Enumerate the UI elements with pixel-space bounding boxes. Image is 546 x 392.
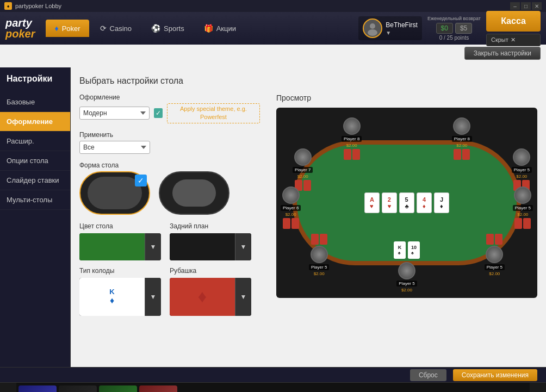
color-dropdown-arrow-icon[interactable]: ▼ (145, 233, 161, 260)
shirt-dropdown-arrow-icon[interactable]: ▼ (235, 278, 251, 316)
selector-grid-1: Цвет стола ▼ Задний план ▼ (79, 222, 260, 260)
design-check-icon[interactable]: ✓ (154, 108, 163, 118)
weekly-bonus-label: Еженедельный возврат (427, 16, 481, 21)
player-name: Player 6 (281, 205, 301, 211)
bonus-bar: $0 $5 (436, 23, 473, 34)
player-chip (294, 148, 312, 166)
player-cards (514, 218, 531, 229)
table-shape-rounded-rect[interactable] (159, 171, 229, 215)
avatar (363, 18, 382, 38)
minimize-button[interactable]: – (510, 2, 520, 10)
player-name: Player 5 (512, 167, 532, 173)
username: BeTheFirst (386, 21, 418, 29)
shirt-card: ♦ (170, 278, 235, 316)
hide-label: Скрыт (491, 36, 508, 43)
game-thumb-european-roulette[interactable]: EUROPEANROULETTEPRO (18, 385, 57, 393)
sidebar: Настройки Базовые Оформление Расшир. Опц… (0, 67, 71, 367)
settings-right: Просмотр A♥ 2♥ 5♣ 4♦ J♦ (276, 94, 537, 316)
rounded-rect-shape-inner (172, 179, 216, 207)
tab-sports-label: Sports (164, 24, 184, 33)
apply-select-row: Все Текущий стол (79, 141, 260, 154)
dropdown-arrow-icon[interactable]: ▼ (386, 30, 418, 36)
maximize-button[interactable]: □ (521, 2, 531, 10)
game-thumb-melon-deluxe[interactable]: MELONDELUXE (99, 385, 137, 393)
shirt-label: Рубашка (170, 267, 251, 275)
bg-swatch (170, 233, 235, 260)
bonus-current: $0 (436, 23, 453, 34)
tab-sports[interactable]: ⚽ Sports (142, 20, 193, 37)
bonus-max: $5 (455, 23, 472, 34)
sidebar-item-extended[interactable]: Расшир. (0, 132, 70, 151)
save-button[interactable]: Сохранить изменения (453, 369, 537, 381)
design-select-row: Модерн Классик Темный ✓ Apply special th… (79, 103, 260, 123)
sidebar-item-multi-table[interactable]: Мульти-столы (0, 190, 70, 210)
design-label: Оформление (79, 94, 260, 101)
bg-dropdown-arrow-icon[interactable]: ▼ (235, 233, 251, 260)
player-chip (453, 117, 470, 135)
cashier-button[interactable]: Касса (486, 11, 541, 32)
player-chip (282, 186, 300, 204)
player-amount: $2.00 (489, 271, 500, 276)
player-name: Player 5 (513, 205, 533, 211)
titlebar-controls: – □ ✕ (510, 2, 542, 10)
sidebar-item-table-options[interactable]: Опции стола (0, 151, 70, 171)
tab-poker[interactable]: ♦ Poker (46, 20, 89, 37)
player-amount: $2.00 (346, 143, 357, 148)
content-title: Выбрать настройки стола (79, 76, 537, 86)
player-right: Player 5 $2.00 (513, 186, 533, 229)
player-chip (398, 262, 415, 279)
special-theme-button[interactable]: Apply special theme, e.g. Powerfest (167, 103, 260, 123)
deck-card: K ♦ (79, 278, 145, 316)
player-amount: $2.00 (517, 212, 528, 217)
navbar: party poker ♦ Poker ⟳ Casino ⚽ Sports 🎁 … (0, 12, 546, 45)
tab-casino[interactable]: ⟳ Casino (91, 20, 140, 37)
player-chip (486, 246, 503, 263)
table-color-box: Цвет стола ▼ (79, 222, 161, 260)
table-color-label: Цвет стола (79, 222, 161, 230)
oval-shape-inner (88, 177, 142, 209)
player-cards (344, 149, 360, 160)
scroll-left-button[interactable]: ‹ (0, 383, 16, 392)
game-thumb-blackjack[interactable]: BlackjackPRO (59, 385, 97, 393)
deck-selector[interactable]: K ♦ ▼ (79, 278, 161, 316)
bg-selector[interactable]: ▼ (170, 233, 251, 260)
hide-button[interactable]: Скрыт ✕ (486, 34, 541, 46)
reset-button[interactable]: Сброс (410, 369, 446, 381)
apply-select[interactable]: Все Текущий стол (79, 141, 150, 154)
games-strip: ‹ EUROPEANROULETTEPRO BlackjackPRO MELON… (0, 382, 546, 392)
logo: party poker (5, 17, 35, 39)
game-thumb-luck-jackpot[interactable]: LUCKJACKPOT (139, 385, 177, 393)
sidebar-item-bet-slider[interactable]: Слайдер ставки (0, 171, 70, 190)
close-button[interactable]: ✕ (532, 2, 542, 10)
player-top-left: Player 8 $2.00 (342, 117, 362, 160)
player-name: Player 5 (485, 264, 505, 270)
player-name: Player 8 (342, 136, 362, 142)
sidebar-item-basic[interactable]: Базовые (0, 92, 70, 112)
player-amount: $2.00 (516, 174, 527, 179)
points-bar: 0 / 25 points (439, 35, 469, 41)
scroll-right-button[interactable]: › (530, 383, 546, 392)
color-selector[interactable]: ▼ (79, 233, 161, 260)
shirt-selector[interactable]: ♦ ▼ (170, 278, 251, 316)
deck-box: Тип колоды K ♦ ▼ (79, 267, 161, 316)
preview-section: Просмотр A♥ 2♥ 5♣ 4♦ J♦ (276, 94, 537, 298)
main-layout: Настройки Базовые Оформление Расшир. Опц… (0, 67, 546, 367)
player-left: Player 6 $2.00 (281, 186, 301, 229)
nav-tabs: ♦ Poker ⟳ Casino ⚽ Sports 🎁 Акции (46, 20, 245, 37)
community-card-3: 5♣ (399, 192, 414, 213)
player-name: Player 5 (309, 264, 329, 270)
table-shape-oval[interactable]: ✓ (79, 171, 150, 215)
apply-group: Применить Все Текущий стол (79, 131, 260, 154)
player-amount: $2.00 (314, 271, 325, 276)
tab-aktsii[interactable]: 🎁 Акции (195, 20, 245, 37)
close-settings-button[interactable]: Закрыть настройки (464, 47, 541, 60)
app-icon: ♠ (4, 2, 12, 10)
tab-casino-label: Casino (110, 24, 132, 33)
deck-dropdown-arrow-icon[interactable]: ▼ (145, 278, 161, 316)
community-cards: A♥ 2♥ 5♣ 4♦ J♦ (364, 192, 449, 213)
settings-content: Выбрать настройки стола Оформление Модер… (71, 67, 546, 367)
sidebar-item-design[interactable]: Оформление (0, 112, 70, 132)
bottom-action-bar: Сброс Сохранить изменения (0, 367, 546, 382)
table-shape-group: Форма стола ✓ (79, 161, 260, 215)
design-select[interactable]: Модерн Классик Темный (79, 107, 150, 120)
